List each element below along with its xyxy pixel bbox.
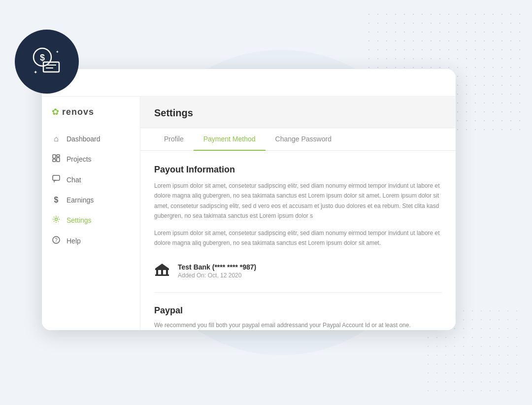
svg-rect-19 bbox=[155, 274, 169, 276]
app-icon-badge: $ ✦ ✦ bbox=[15, 30, 79, 94]
svg-rect-7 bbox=[53, 155, 56, 158]
sidebar-item-chat[interactable]: Chat bbox=[42, 169, 140, 190]
settings-header: Settings bbox=[140, 97, 456, 128]
earnings-icon: $ bbox=[52, 196, 61, 204]
svg-rect-9 bbox=[53, 159, 56, 162]
bank-item: Test Bank (**** **** *987) Added On: Oct… bbox=[154, 255, 442, 287]
payout-lorem2: Lorem ipsum dolor sit amet, consetetur s… bbox=[154, 228, 442, 248]
svg-point-12 bbox=[55, 218, 58, 221]
help-label: Help bbox=[66, 237, 81, 245]
logo: ✿ renovs bbox=[42, 106, 140, 129]
top-bar bbox=[42, 69, 456, 97]
dashboard-icon: ⌂ bbox=[52, 135, 61, 143]
dashboard-label: Dashboard bbox=[66, 135, 100, 143]
bank-icon bbox=[154, 263, 170, 279]
tab-password[interactable]: Change Password bbox=[266, 128, 341, 151]
help-icon: ? bbox=[52, 236, 61, 246]
svg-rect-8 bbox=[57, 155, 60, 157]
settings-icon bbox=[52, 215, 61, 225]
bank-name: Test Bank (**** **** *987) bbox=[178, 263, 256, 271]
section-divider bbox=[154, 292, 442, 293]
settings-label: Settings bbox=[66, 216, 92, 224]
payout-title: Payout Information bbox=[154, 165, 442, 175]
tab-payment[interactable]: Payment Method bbox=[194, 128, 266, 151]
paypal-description: We recommend you fill both your paypal e… bbox=[154, 322, 442, 329]
svg-marker-20 bbox=[155, 264, 169, 269]
sidebar-item-dashboard[interactable]: ⌂ Dashboard bbox=[42, 129, 140, 149]
bank-info: Test Bank (**** **** *987) Added On: Oct… bbox=[178, 263, 256, 279]
app-window: ✿ renovs ⌂ Dashboard Projects bbox=[42, 69, 456, 330]
payout-lorem1: Lorem ipsum dolor sit amet, consetetur s… bbox=[154, 181, 442, 221]
logo-text: renovs bbox=[62, 107, 94, 117]
tab-profile[interactable]: Profile bbox=[154, 128, 194, 151]
svg-text:$: $ bbox=[39, 53, 44, 63]
paypal-title: Paypal bbox=[154, 305, 442, 316]
sidebar-item-help[interactable]: ? Help bbox=[42, 231, 140, 251]
svg-rect-16 bbox=[156, 270, 158, 274]
logo-icon: ✿ bbox=[52, 106, 59, 117]
svg-rect-11 bbox=[53, 175, 60, 180]
svg-text:✦: ✦ bbox=[33, 69, 37, 75]
svg-text:?: ? bbox=[55, 237, 58, 243]
sidebar-item-earnings[interactable]: $ Earnings bbox=[42, 190, 140, 210]
content-body: Payout Information Lorem ipsum dolor sit… bbox=[140, 151, 456, 330]
svg-text:✦: ✦ bbox=[56, 50, 59, 54]
svg-rect-17 bbox=[161, 270, 163, 274]
svg-rect-15 bbox=[155, 269, 169, 270]
bank-added-date: Added On: Oct, 12 2020 bbox=[178, 272, 256, 279]
svg-rect-10 bbox=[57, 158, 60, 162]
projects-icon bbox=[52, 154, 61, 164]
sidebar: ✿ renovs ⌂ Dashboard Projects bbox=[42, 97, 140, 330]
earnings-label: Earnings bbox=[66, 196, 94, 204]
settings-title: Settings bbox=[154, 107, 442, 119]
chat-icon bbox=[52, 175, 61, 185]
svg-rect-18 bbox=[166, 270, 168, 274]
projects-label: Projects bbox=[66, 155, 92, 163]
tabs-bar: Profile Payment Method Change Password bbox=[140, 128, 456, 151]
paypal-section: Paypal We recommend you fill both your p… bbox=[154, 298, 442, 329]
content-area: Settings Profile Payment Method Change P… bbox=[140, 97, 456, 330]
sidebar-item-projects[interactable]: Projects bbox=[42, 149, 140, 169]
svg-rect-2 bbox=[43, 62, 59, 72]
main-layout: ✿ renovs ⌂ Dashboard Projects bbox=[42, 97, 456, 330]
sidebar-item-settings[interactable]: Settings bbox=[42, 210, 140, 231]
chat-label: Chat bbox=[66, 176, 81, 184]
